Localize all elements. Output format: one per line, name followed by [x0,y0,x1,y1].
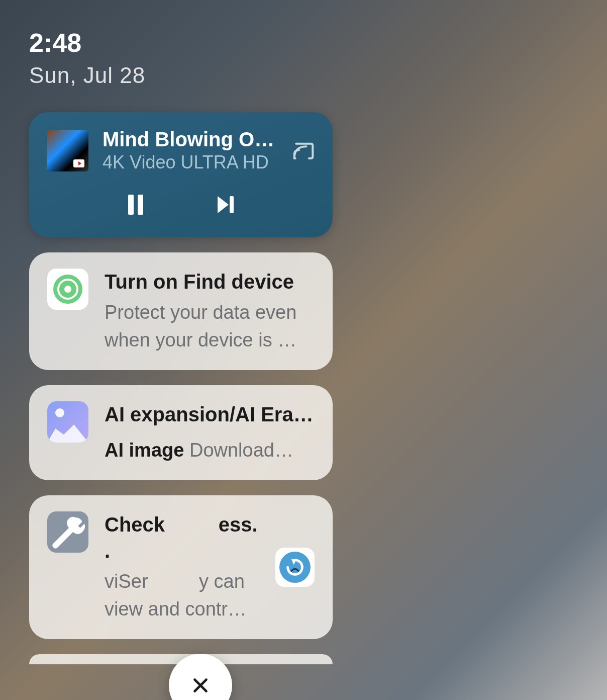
svg-rect-1 [138,195,143,215]
wrench-icon [47,511,88,553]
svg-rect-2 [230,196,234,213]
notification-title: Turn on Find device [105,269,315,295]
pause-button[interactable] [123,192,148,217]
clock-date: Sun, Jul 28 [29,63,333,88]
notification-find-device[interactable]: Turn on Find device Protect your data ev… [29,252,333,370]
notification-title: AI expansion/AI Era… [105,401,315,427]
close-icon [189,674,212,697]
svg-rect-0 [128,195,134,215]
notification-title: CheckXXXXess. . [105,511,259,564]
notification-body: AI image Download… [105,436,315,464]
clock-time: 2:48 [29,28,333,58]
media-player-card[interactable]: Mind Blowing O… 4K Video ULTRA HD [29,112,333,237]
notification-ai-expansion[interactable]: AI expansion/AI Era… AI image Download… [29,385,333,480]
status-header: 2:48 Sun, Jul 28 [29,28,333,88]
media-thumbnail [47,130,88,171]
media-title: Mind Blowing O… [103,128,278,151]
next-track-button[interactable] [214,192,239,217]
find-device-icon [47,269,88,310]
notification-viser[interactable]: CheckXXXXess. . viSerXXXXy can view and … [29,495,333,639]
notification-body: Protect your data even when your device … [105,299,315,354]
gallery-icon [47,401,88,443]
refresh-app-icon [275,548,315,587]
cast-icon[interactable] [292,142,315,160]
notification-body: viSerXXXXy can view and contr… [105,568,259,623]
media-subtitle: 4K Video ULTRA HD [103,152,278,173]
